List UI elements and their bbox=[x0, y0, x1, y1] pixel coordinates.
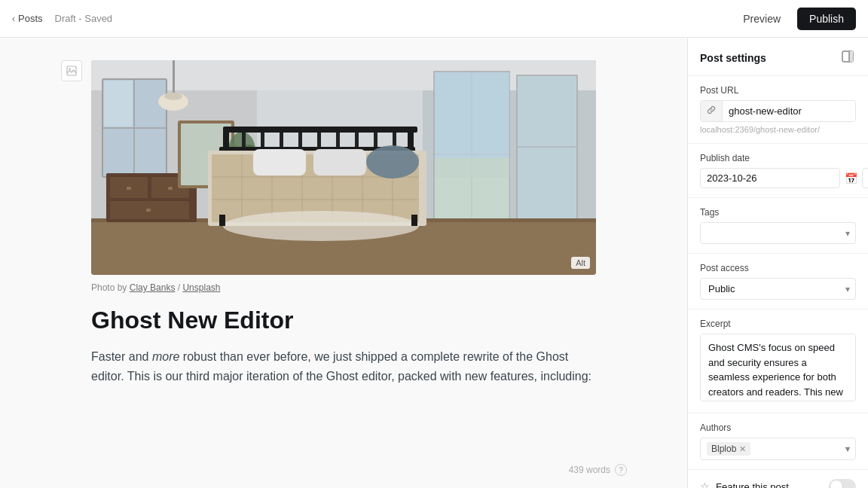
svg-rect-0 bbox=[67, 66, 76, 75]
image-container: Alt bbox=[91, 60, 596, 275]
post-url-input-wrapper bbox=[700, 100, 856, 122]
svg-rect-45 bbox=[298, 132, 302, 147]
svg-rect-10 bbox=[104, 81, 133, 127]
svg-rect-42 bbox=[242, 132, 246, 147]
post-body: Faster and more robust than ever before,… bbox=[91, 347, 596, 387]
svg-rect-66 bbox=[219, 215, 225, 226]
preview-button[interactable]: Preview bbox=[735, 8, 788, 29]
post-access-label: Post access bbox=[700, 263, 856, 273]
feature-post-row: ☆ Feature this post bbox=[688, 470, 868, 488]
publish-date-field: Publish date 📅 +08 bbox=[688, 144, 868, 198]
svg-rect-11 bbox=[173, 60, 175, 94]
calendar-icon: 📅 bbox=[845, 172, 857, 185]
publish-button[interactable]: Publish bbox=[797, 8, 856, 30]
authors-wrapper: Blplob ✕ ▾ bbox=[700, 438, 856, 460]
excerpt-textarea[interactable]: Ghost CMS's focus on speed and security … bbox=[700, 334, 856, 401]
svg-rect-50 bbox=[393, 132, 396, 147]
feature-post-text: Feature this post bbox=[716, 481, 789, 489]
publish-date-input[interactable] bbox=[700, 168, 840, 188]
svg-rect-43 bbox=[261, 132, 264, 147]
post-url-hint: localhost:2369/ghost-new-editor/ bbox=[700, 125, 856, 134]
author-tag-label: Blplob bbox=[711, 444, 736, 454]
photo-credit-source[interactable]: Unsplash bbox=[182, 282, 220, 293]
author-tag-remove[interactable]: ✕ bbox=[739, 444, 746, 454]
svg-rect-67 bbox=[411, 215, 417, 226]
toggle-knob bbox=[830, 480, 842, 488]
link-icon bbox=[701, 101, 723, 121]
svg-rect-47 bbox=[336, 132, 340, 147]
sidebar-header: Post settings bbox=[688, 38, 868, 76]
authors-label: Authors bbox=[700, 422, 856, 433]
post-url-input[interactable] bbox=[723, 101, 856, 121]
svg-point-1 bbox=[69, 68, 70, 69]
photo-credit-prefix: Photo by bbox=[91, 282, 127, 293]
tags-select[interactable] bbox=[700, 222, 856, 244]
tags-label: Tags bbox=[700, 207, 856, 218]
tags-select-wrapper bbox=[700, 222, 856, 244]
svg-rect-29 bbox=[127, 187, 131, 190]
excerpt-field: Excerpt Ghost CMS's focus on speed and s… bbox=[688, 310, 868, 413]
topbar-right: Preview Publish bbox=[735, 8, 856, 30]
main-layout: Alt Photo by Clay Banks / Unsplash Ghost… bbox=[0, 38, 868, 488]
svg-rect-46 bbox=[317, 132, 321, 147]
authors-input[interactable]: Blplob ✕ bbox=[700, 438, 856, 460]
post-access-field: Post access Public Members only Paid mem… bbox=[688, 254, 868, 310]
topbar-left: ‹ Posts Draft - Saved bbox=[12, 13, 112, 24]
photo-credit: Photo by Clay Banks / Unsplash bbox=[91, 282, 596, 293]
publish-date-label: Publish date bbox=[700, 153, 856, 163]
sidebar: Post settings Post URL bbox=[687, 38, 868, 488]
post-access-select-wrapper: Public Members only Paid members only bbox=[700, 278, 856, 300]
svg-rect-49 bbox=[374, 132, 377, 147]
svg-point-62 bbox=[366, 145, 419, 178]
feature-post-toggle[interactable] bbox=[829, 479, 856, 488]
star-icon: ☆ bbox=[700, 480, 710, 488]
sidebar-collapse-button[interactable] bbox=[839, 48, 856, 68]
svg-rect-31 bbox=[146, 209, 151, 212]
draft-status: Draft - Saved bbox=[55, 13, 113, 24]
excerpt-wrapper: Ghost CMS's focus on speed and security … bbox=[700, 334, 856, 404]
editor-area: Alt Photo by Clay Banks / Unsplash Ghost… bbox=[0, 38, 687, 488]
publish-time-input[interactable] bbox=[862, 168, 868, 188]
svg-point-65 bbox=[223, 211, 419, 241]
svg-point-13 bbox=[164, 93, 182, 100]
word-count-value: 439 words bbox=[569, 465, 610, 475]
add-image-icon[interactable] bbox=[61, 60, 82, 81]
feature-image: Alt bbox=[91, 60, 596, 275]
post-access-select[interactable]: Public Members only Paid members only bbox=[700, 278, 856, 300]
sidebar-title: Post settings bbox=[700, 52, 766, 64]
photo-credit-separator: / bbox=[178, 282, 180, 293]
back-chevron-icon: ‹ bbox=[12, 14, 15, 24]
svg-rect-51 bbox=[223, 127, 417, 133]
alt-badge[interactable]: Alt bbox=[571, 257, 590, 269]
svg-rect-44 bbox=[280, 132, 283, 147]
feature-post-label: ☆ Feature this post bbox=[700, 480, 789, 488]
post-url-field: Post URL localhost:2369/ghost-new-editor… bbox=[688, 76, 868, 144]
date-row: 📅 +08 bbox=[700, 168, 856, 188]
svg-rect-64 bbox=[313, 149, 366, 175]
svg-rect-30 bbox=[168, 187, 173, 190]
excerpt-label: Excerpt bbox=[700, 319, 856, 329]
svg-rect-40 bbox=[223, 132, 229, 153]
tags-field: Tags bbox=[688, 198, 868, 254]
topbar: ‹ Posts Draft - Saved Preview Publish bbox=[0, 0, 868, 38]
post-title[interactable]: Ghost New Editor bbox=[91, 305, 596, 337]
word-count: 439 words ? bbox=[569, 464, 627, 476]
svg-rect-20 bbox=[517, 75, 577, 226]
word-count-help-icon[interactable]: ? bbox=[615, 464, 627, 476]
author-tag: Blplob ✕ bbox=[707, 442, 750, 456]
back-link[interactable]: ‹ Posts bbox=[12, 13, 43, 24]
svg-rect-63 bbox=[253, 149, 306, 175]
post-url-label: Post URL bbox=[700, 85, 856, 96]
photo-credit-author[interactable]: Clay Banks bbox=[130, 282, 176, 293]
back-label: Posts bbox=[18, 13, 43, 24]
svg-rect-48 bbox=[355, 132, 359, 147]
authors-field: Authors Blplob ✕ ▾ bbox=[688, 413, 868, 470]
